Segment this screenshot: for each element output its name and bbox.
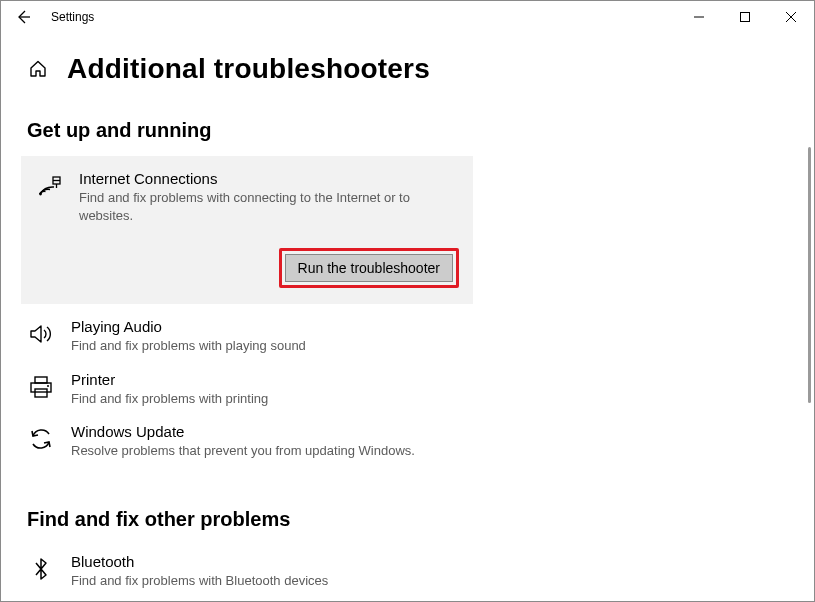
section-title-other: Find and fix other problems bbox=[27, 508, 788, 531]
troubleshooter-name: Windows Update bbox=[71, 423, 479, 440]
svg-point-12 bbox=[47, 385, 49, 387]
back-button[interactable] bbox=[1, 1, 45, 33]
troubleshooter-item-text: Printer Find and fix problems with print… bbox=[71, 371, 479, 408]
svg-rect-11 bbox=[35, 389, 47, 397]
troubleshooter-desc: Find and fix problems with playing sound bbox=[71, 337, 479, 355]
page-header: Additional troubleshooters bbox=[27, 53, 788, 85]
scrollbar-thumb[interactable] bbox=[808, 147, 811, 403]
content-area: Additional troubleshooters Get up and ru… bbox=[1, 33, 814, 601]
troubleshooter-name: Printer bbox=[71, 371, 479, 388]
window-controls bbox=[676, 1, 814, 33]
minimize-icon bbox=[693, 11, 705, 23]
arrow-left-icon bbox=[15, 9, 31, 25]
run-troubleshooter-button[interactable]: Run the troubleshooter bbox=[285, 254, 453, 282]
troubleshooter-desc: Find and fix problems with printing bbox=[71, 390, 479, 408]
close-icon bbox=[785, 11, 797, 23]
troubleshooter-item-text: Internet Connections Find and fix proble… bbox=[79, 170, 459, 224]
internet-icon bbox=[35, 172, 63, 200]
section-title-getup: Get up and running bbox=[27, 119, 788, 142]
title-bar: Settings bbox=[1, 1, 814, 33]
troubleshooter-item-bluetooth[interactable]: Bluetooth Find and fix problems with Blu… bbox=[27, 545, 479, 598]
troubleshooter-item-text: Windows Update Resolve problems that pre… bbox=[71, 423, 479, 460]
troubleshooter-desc: Find and fix problems with Bluetooth dev… bbox=[71, 572, 479, 590]
printer-icon bbox=[27, 373, 55, 401]
troubleshooter-desc: Resolve problems that prevent you from u… bbox=[71, 442, 479, 460]
run-highlight-box: Run the troubleshooter bbox=[279, 248, 459, 288]
close-button[interactable] bbox=[768, 1, 814, 33]
svg-rect-9 bbox=[35, 377, 47, 383]
settings-window: Settings Additional troubleshooters Get … bbox=[0, 0, 815, 602]
troubleshooter-item-internet-expanded[interactable]: Internet Connections Find and fix proble… bbox=[21, 156, 473, 304]
title-bar-left: Settings bbox=[1, 1, 94, 33]
troubleshooter-name: Playing Audio bbox=[71, 318, 479, 335]
maximize-icon bbox=[739, 11, 751, 23]
troubleshooter-item-audio[interactable]: Playing Audio Find and fix problems with… bbox=[27, 310, 479, 363]
svg-rect-10 bbox=[31, 383, 51, 392]
house-icon bbox=[28, 59, 48, 79]
troubleshooter-item-internet: Internet Connections Find and fix proble… bbox=[35, 166, 459, 224]
minimize-button[interactable] bbox=[676, 1, 722, 33]
svg-point-5 bbox=[39, 193, 42, 196]
maximize-button[interactable] bbox=[722, 1, 768, 33]
update-icon bbox=[27, 425, 55, 453]
window-title: Settings bbox=[51, 10, 94, 24]
troubleshooter-name: Bluetooth bbox=[71, 553, 479, 570]
bluetooth-icon bbox=[27, 555, 55, 583]
troubleshooter-desc: Find and fix problems with connecting to… bbox=[79, 189, 459, 224]
troubleshooter-item-update[interactable]: Windows Update Resolve problems that pre… bbox=[27, 415, 479, 468]
home-icon[interactable] bbox=[27, 58, 49, 80]
troubleshooter-item-printer[interactable]: Printer Find and fix problems with print… bbox=[27, 363, 479, 416]
page-title: Additional troubleshooters bbox=[67, 53, 430, 85]
svg-rect-2 bbox=[741, 13, 750, 22]
audio-icon bbox=[27, 320, 55, 348]
troubleshooter-item-text: Bluetooth Find and fix problems with Blu… bbox=[71, 553, 479, 590]
troubleshooter-item-text: Playing Audio Find and fix problems with… bbox=[71, 318, 479, 355]
troubleshooter-name: Internet Connections bbox=[79, 170, 459, 187]
run-row: Run the troubleshooter bbox=[35, 248, 459, 288]
